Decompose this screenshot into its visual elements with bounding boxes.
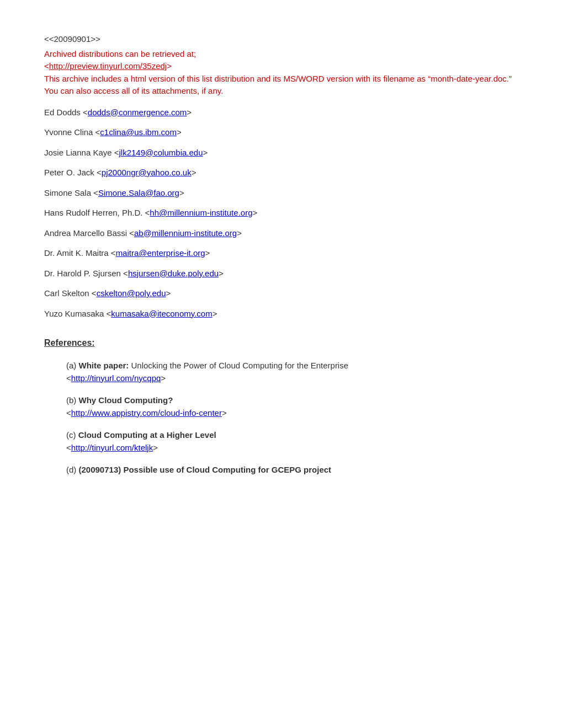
contact-email[interactable]: pj2000ngr@yahoo.co.uk — [102, 168, 192, 177]
contact-item: Simone Sala <Simone.Sala@fao.org> — [44, 187, 519, 200]
contact-email[interactable]: dodds@conmergence.com — [88, 108, 187, 117]
ref-b-url[interactable]: http://www.appistry.com/cloud-info-cente… — [71, 408, 222, 417]
contact-email[interactable]: cskelton@poly.edu — [97, 288, 166, 298]
ref-d-text: (d) (20090713) Possible use of Cloud Com… — [66, 464, 519, 477]
contact-item: Hans Rudolf Herren, Ph.D. <hh@millennium… — [44, 207, 519, 220]
contact-item: Carl Skelton <cskelton@poly.edu> — [44, 287, 519, 300]
contact-item: Yvonne Clina <c1clina@us.ibm.com> — [44, 126, 519, 139]
reference-item-a: (a) White paper: Unlocking the Power of … — [66, 360, 519, 384]
contact-email[interactable]: jlk2149@columbia.edu — [119, 148, 203, 157]
archive-line2: This archive includes a html version of … — [44, 73, 519, 98]
references-title: References: — [44, 336, 519, 350]
ref-c-text: (c) Cloud Computing at a Higher Level — [66, 429, 519, 442]
references-section: References: (a) White paper: Unlocking t… — [44, 336, 519, 477]
references-list: (a) White paper: Unlocking the Power of … — [44, 360, 519, 477]
archive-url1[interactable]: http://preview.tinyurl.com/35zedj — [49, 61, 167, 71]
contact-item: Yuzo Kumasaka <kumasaka@iteconomy.com> — [44, 308, 519, 320]
contact-email[interactable]: hsjursen@duke.poly.edu — [128, 269, 219, 278]
ref-a-bold: White paper: — [79, 361, 129, 370]
ref-a-text: (a) White paper: Unlocking the Power of … — [66, 360, 519, 372]
contact-item: Dr. Amit K. Maitra <maitra@enterprise-it… — [44, 247, 519, 260]
contact-email[interactable]: maitra@enterprise-it.org — [116, 248, 205, 258]
ref-a-url[interactable]: http://tinyurl.com/nycqpq — [71, 373, 161, 383]
contact-email[interactable]: c1clina@us.ibm.com — [100, 127, 177, 137]
ref-d-bold: (20090713) Possible use of Cloud Computi… — [79, 465, 332, 474]
contact-item: Peter O. Jack <pj2000ngr@yahoo.co.uk> — [44, 167, 519, 179]
contact-email[interactable]: hh@millennium-institute.org — [150, 208, 252, 217]
ref-a-link[interactable]: <http://tinyurl.com/nycqpq> — [66, 372, 519, 385]
reference-item-c: (c) Cloud Computing at a Higher Level <h… — [66, 429, 519, 454]
ref-b-link[interactable]: <http://www.appistry.com/cloud-info-cent… — [66, 407, 519, 420]
ref-c-link[interactable]: <http://tinyurl.com/kteljk> — [66, 442, 519, 454]
archive-notice: Archived distributions can be retrieved … — [44, 48, 519, 98]
archive-link1[interactable]: <http://preview.tinyurl.com/35zedj> — [44, 60, 519, 73]
contact-item: Andrea Marcello Bassi <ab@millennium-ins… — [44, 227, 519, 240]
ref-b-bold: Why Cloud Computing? — [79, 395, 173, 405]
contact-list: Ed Dodds <dodds@conmergence.com> Yvonne … — [44, 106, 519, 320]
archive-line1: Archived distributions can be retrieved … — [44, 48, 519, 61]
contact-item: Ed Dodds <dodds@conmergence.com> — [44, 106, 519, 119]
date-header: <<20090901>> — [44, 33, 519, 46]
reference-item-b: (b) Why Cloud Computing? <http://www.app… — [66, 394, 519, 419]
contact-item: Dr. Harold P. Sjursen <hsjursen@duke.pol… — [44, 267, 519, 280]
contact-email[interactable]: Simone.Sala@fao.org — [98, 188, 179, 197]
contact-item: Josie Lianna Kaye <jlk2149@columbia.edu> — [44, 147, 519, 159]
contact-email[interactable]: ab@millennium-institute.org — [134, 228, 237, 238]
ref-c-url[interactable]: http://tinyurl.com/kteljk — [71, 443, 153, 452]
contact-email[interactable]: kumasaka@iteconomy.com — [111, 309, 212, 318]
ref-c-bold: Cloud Computing at a Higher Level — [78, 430, 216, 440]
ref-b-text: (b) Why Cloud Computing? — [66, 394, 519, 407]
reference-item-d: (d) (20090713) Possible use of Cloud Com… — [66, 464, 519, 477]
